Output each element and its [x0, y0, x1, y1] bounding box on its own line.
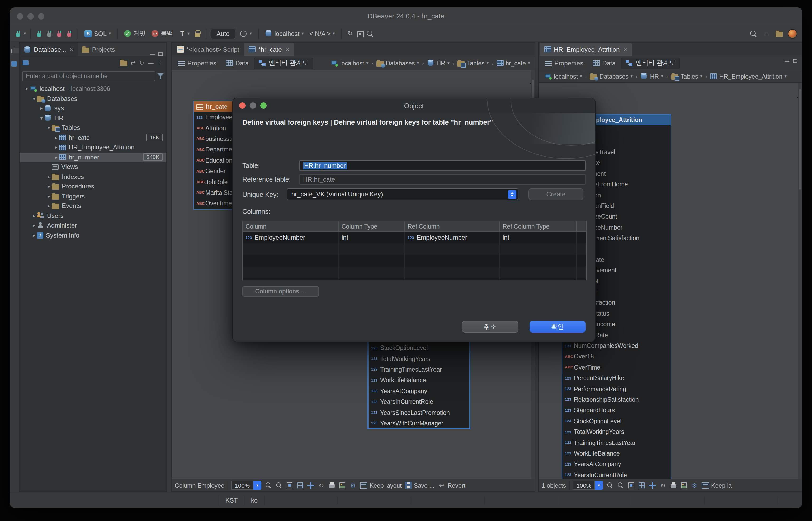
scrollbar-thumb[interactable]	[799, 89, 802, 189]
tab-data[interactable]: Data	[588, 57, 620, 69]
entity-column-totalworkingyears[interactable]: 123TotalWorkingYears	[368, 354, 469, 364]
breadcrumb-databases[interactable]: Databases▾	[375, 60, 421, 66]
tree-expand-arrow[interactable]: ▸	[46, 203, 52, 209]
minimize-view-icon[interactable]	[150, 53, 155, 54]
filter-icon[interactable]	[157, 73, 164, 79]
export-icon[interactable]	[356, 29, 364, 38]
tree-item-hr[interactable]: ▾HR	[20, 113, 166, 123]
entity-column-yearsatcompany[interactable]: 123YearsAtCompany	[368, 386, 469, 397]
zoom-value[interactable]: 100%	[231, 481, 253, 490]
entity-column-worklifebalance[interactable]: 123WorkLifeBalance	[562, 448, 671, 459]
search-icon[interactable]	[749, 29, 758, 38]
connect-icon[interactable]	[35, 29, 43, 38]
panel-icon[interactable]	[23, 60, 28, 65]
tree-expand-arrow[interactable]: ▾	[24, 86, 29, 92]
dialog-minimize-button[interactable]	[250, 103, 256, 109]
entity-column-trainingtimeslastyear[interactable]: 123TrainingTimesLastYear	[562, 437, 671, 448]
tree-expand-arrow[interactable]: ▸	[46, 174, 52, 179]
grid-cell[interactable]: int	[500, 232, 577, 243]
sql-editor-button[interactable]: SQL ▾	[82, 29, 113, 38]
invalidate-connection-icon[interactable]	[45, 29, 53, 38]
tree-item-views[interactable]: Views	[20, 162, 166, 172]
zoom-in-icon[interactable]	[606, 481, 614, 489]
breadcrumb-hr[interactable]: HR▾	[639, 73, 665, 80]
entity-column-stockoptionlevel[interactable]: 123StockOptionLevel	[368, 343, 469, 354]
tree-expand-arrow[interactable]: ▸	[53, 145, 59, 150]
breadcrumb-localhost[interactable]: localhost▾	[543, 73, 584, 80]
tree-item-localhost[interactable]: ▾localhost - localhost:3306	[20, 84, 166, 94]
user-avatar[interactable]	[788, 29, 797, 38]
restore-view-icon[interactable]	[11, 49, 17, 53]
toggle-grid-icon[interactable]	[638, 481, 646, 489]
tree-expand-arrow[interactable]: ▾	[46, 126, 52, 131]
entity-column-yearsincurrentrole[interactable]: 123YearsInCurrentRole	[368, 397, 469, 407]
breadcrumb-hr-employee-attrition[interactable]: HR_Employee_Attrition▾	[709, 73, 788, 80]
breadcrumb-tables[interactable]: Tables▾	[670, 73, 704, 80]
tree-expand-arrow[interactable]: ▸	[31, 213, 37, 219]
breadcrumb-hr-cate[interactable]: hr_cate▾	[495, 60, 532, 66]
entity-column-totalworkingyears[interactable]: 123TotalWorkingYears	[562, 427, 671, 437]
reconnect-icon[interactable]	[65, 29, 73, 38]
cancel-button[interactable]: 취소	[462, 321, 518, 333]
grid-cell[interactable]: int	[339, 232, 405, 243]
grid-header-ref-column[interactable]: Ref Column	[405, 221, 500, 231]
canvas-scrollbar[interactable]	[798, 83, 802, 479]
keep-layout-button[interactable]: Keep la	[702, 482, 732, 489]
link-with-editor-icon[interactable]: ⇄	[131, 60, 135, 66]
editor-tab-localhost-script[interactable]: *<localhost> Script	[173, 43, 244, 56]
editor-tab-hr-employee-attrition[interactable]: HR_Employee_Attrition×	[540, 43, 632, 56]
tree-item-hr-cate[interactable]: ▸hr_cate16K	[20, 133, 166, 142]
minimize-window-button[interactable]	[27, 13, 34, 19]
rollback-button[interactable]: 롤백	[150, 28, 175, 39]
dialog-zoom-button[interactable]	[260, 103, 267, 109]
zoom-control[interactable]: 100% ▾	[231, 481, 261, 490]
zoom-dropdown-icon[interactable]: ▾	[253, 481, 261, 490]
tree-item-administer[interactable]: ▸Administer	[20, 221, 166, 230]
tree-item-hr-employee-attrition[interactable]: ▸HR_Employee_Attrition	[20, 142, 166, 152]
tree-expand-arrow[interactable]: ▸	[53, 155, 59, 160]
tree-expand-arrow[interactable]: ▸	[31, 233, 37, 238]
tree-expand-arrow[interactable]: ▸	[39, 106, 44, 111]
zoom-out-icon[interactable]	[275, 481, 283, 489]
tree-item-databases[interactable]: ▾Databases	[20, 94, 166, 104]
zoom-control[interactable]: 100% ▾	[573, 481, 603, 490]
object-filter-input[interactable]	[22, 71, 155, 81]
timezone-indicator[interactable]: KST	[219, 495, 245, 505]
editor-tab-hr-cate[interactable]: *hr_cate×	[244, 43, 294, 56]
window-titlebar[interactable]: DBeaver 24.0.4 - hr_cate	[9, 7, 803, 25]
refresh-icon[interactable]: ↻	[346, 29, 354, 38]
lock-icon[interactable]	[193, 29, 202, 38]
tree-item-users[interactable]: ▸Users	[20, 211, 166, 221]
maximize-view-icon[interactable]	[158, 52, 163, 56]
tree-expand-arrow[interactable]: ▾	[31, 96, 37, 101]
tree-expand-arrow[interactable]: ▸	[46, 184, 52, 189]
connection-selector[interactable]: localhost ▾	[263, 29, 306, 38]
minimize-view-icon[interactable]	[785, 61, 789, 62]
entity-column-yearsincurrentrole[interactable]: 123YearsInCurrentRole	[562, 470, 671, 479]
settings-icon[interactable]	[691, 481, 698, 489]
tree-expand-arrow[interactable]: ▾	[39, 116, 44, 121]
entity-column-performancerating[interactable]: 123PerformanceRating	[562, 384, 671, 394]
entity-column-worklifebalance[interactable]: 123WorkLifeBalance	[368, 375, 469, 386]
entity-column-standardhours[interactable]: 123StandardHours	[562, 405, 671, 416]
zoom-in-icon[interactable]	[265, 481, 272, 489]
close-tab-icon[interactable]: ×	[70, 46, 74, 53]
fit-window-icon[interactable]	[286, 481, 294, 489]
tree-item-procedures[interactable]: ▸Procedures	[20, 182, 166, 191]
save-image-icon[interactable]	[680, 481, 688, 489]
print-icon[interactable]	[328, 481, 336, 489]
fit-window-icon[interactable]	[627, 481, 635, 489]
entity-column-relationshipsatisfaction[interactable]: 123RelationshipSatisfaction	[562, 394, 671, 405]
tree-expand-arrow[interactable]: ▸	[46, 194, 52, 199]
zoom-out-icon[interactable]	[617, 481, 625, 489]
zoom-window-button[interactable]	[38, 13, 44, 19]
tab-er-diagram[interactable]: 엔티티 관계도	[621, 57, 680, 69]
keep-layout-button[interactable]: Keep layout	[360, 482, 402, 489]
grid-header-column-type[interactable]: Column Type	[339, 221, 405, 231]
list-icon[interactable]: ≡	[762, 29, 771, 38]
revert-button[interactable]: Revert	[437, 481, 466, 489]
schema-selector[interactable]: < N/A > ▾	[307, 29, 337, 38]
refresh-tree-icon[interactable]: ↻	[139, 60, 144, 66]
close-tab-icon[interactable]: ×	[286, 46, 289, 53]
select-stepper-icon[interactable]	[508, 190, 516, 199]
